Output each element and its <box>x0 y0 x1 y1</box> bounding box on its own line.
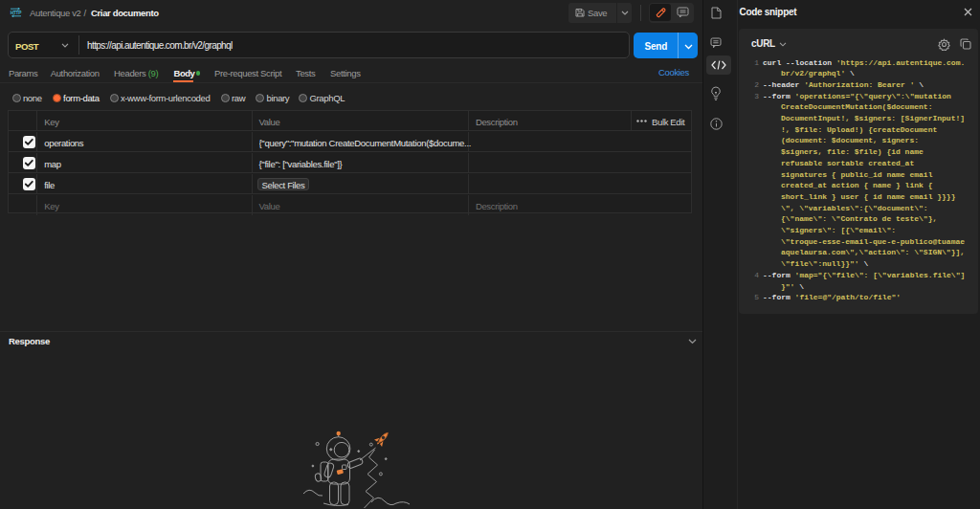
svg-text:HTTP: HTTP <box>11 10 22 14</box>
